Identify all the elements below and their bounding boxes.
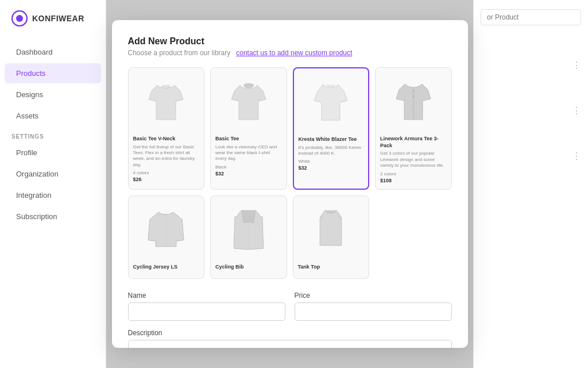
- product-grid: Basic Tee V-Neck Get the full lineup of …: [128, 67, 452, 279]
- product-image-cycling-ls: [133, 202, 200, 259]
- right-panel-dots-2[interactable]: ⋮: [481, 105, 581, 116]
- right-panel-dots-3[interactable]: ⋮: [481, 151, 581, 162]
- svg-point-4: [412, 95, 415, 98]
- right-panel-search[interactable]: [481, 9, 581, 25]
- product-image-linework: [380, 74, 447, 131]
- product-price-4: $108: [380, 178, 447, 183]
- logo-icon: [11, 10, 28, 26]
- product-image-basic-tee-vneck: [133, 74, 200, 131]
- product-name-5: Cycling Jersey LS: [133, 264, 200, 271]
- sidebar-item-subscription[interactable]: Subscription: [5, 206, 101, 227]
- sidebar-item-profile[interactable]: Profile: [5, 143, 101, 163]
- product-card-tank[interactable]: Tank Top: [293, 195, 370, 279]
- price-field-group: Price: [295, 292, 452, 321]
- product-desc-1: Get the full lineup of our Basic Tees. F…: [133, 144, 200, 168]
- add-product-modal: Add New Product Choose a product from ou…: [112, 20, 468, 348]
- price-input[interactable]: [295, 302, 452, 321]
- name-field-group: Name: [128, 292, 285, 321]
- description-label: Description: [128, 329, 452, 337]
- product-card-cycling-ls[interactable]: Cycling Jersey LS: [128, 195, 205, 279]
- sidebar-nav: Dashboard Products Designs Assets SETTIN…: [0, 41, 106, 368]
- settings-section-label: SETTINGS: [0, 126, 106, 142]
- sidebar: KONFIWEAR Dashboard Products Designs Ass…: [0, 0, 106, 368]
- sidebar-item-organization[interactable]: Organization: [5, 164, 101, 184]
- svg-point-1: [16, 15, 23, 22]
- logo-text: KONFIWEAR: [32, 14, 84, 23]
- name-label: Name: [128, 292, 285, 300]
- right-panel-dots-1[interactable]: ⋮: [481, 60, 581, 71]
- description-field-group: Description: [128, 329, 452, 348]
- product-card-linework[interactable]: Linework Armura Tee 3-Pack Get 3 colors …: [375, 67, 452, 190]
- product-name-6: Cycling Bib: [215, 264, 282, 271]
- product-color-2: Black: [215, 164, 282, 170]
- product-price-1: $26: [133, 177, 200, 182]
- modal-subtitle: Choose a product from our library contac…: [128, 49, 452, 57]
- svg-point-3: [412, 90, 415, 92]
- product-desc-4: Get 3 colors of our popular Linework des…: [380, 151, 447, 168]
- product-color-1: 4 colors: [133, 170, 200, 175]
- product-name-2: Basic Tee: [215, 136, 282, 143]
- product-desc-3: It's probably, like, 36000 Kelvin instea…: [299, 145, 364, 157]
- product-image-kresta: [299, 74, 364, 132]
- product-color-4: 2 colors: [380, 171, 447, 177]
- name-input[interactable]: [128, 302, 285, 321]
- name-price-row: Name Price: [128, 292, 452, 321]
- price-label: Price: [295, 292, 452, 300]
- modal-title: Add New Product: [128, 36, 452, 47]
- right-panel-top: [481, 9, 581, 25]
- product-image-tank: [298, 202, 365, 259]
- product-desc-2: Look like a visionary CEO and wear the s…: [215, 144, 282, 162]
- product-card-bib[interactable]: Cycling Bib: [210, 195, 287, 279]
- product-name-4: Linework Armura Tee 3-Pack: [380, 136, 447, 149]
- product-card-basic-tee-vneck[interactable]: Basic Tee V-Neck Get the full lineup of …: [128, 67, 205, 190]
- sidebar-item-assets[interactable]: Assets: [5, 106, 101, 126]
- main-content: Add New Product Choose a product from ou…: [106, 0, 473, 368]
- product-color-3: White: [299, 159, 364, 164]
- sidebar-item-products[interactable]: Products: [5, 63, 101, 83]
- modal-overlay: Add New Product Choose a product from ou…: [106, 0, 473, 368]
- product-name-3: Kresta White Blazer Tee: [299, 136, 364, 143]
- sidebar-item-integration[interactable]: Integration: [5, 185, 101, 205]
- logo: KONFIWEAR: [0, 0, 106, 37]
- right-panel: ⋮ ⋮ ⋮: [473, 0, 588, 368]
- sidebar-item-designs[interactable]: Designs: [5, 85, 101, 105]
- product-card-kresta[interactable]: Kresta White Blazer Tee It's probably, l…: [293, 67, 370, 190]
- description-textarea[interactable]: [128, 340, 452, 348]
- product-card-basic-tee[interactable]: Basic Tee Look like a visionary CEO and …: [210, 67, 287, 190]
- product-name-7: Tank Top: [298, 264, 365, 271]
- product-name-1: Basic Tee V-Neck: [133, 136, 200, 143]
- product-price-2: $32: [215, 171, 282, 177]
- custom-product-link[interactable]: contact us to add new custom product: [236, 49, 352, 57]
- product-image-bib: [215, 202, 282, 259]
- product-image-basic-tee: [215, 74, 282, 131]
- modal-subtitle-text: Choose a product from our library: [128, 49, 234, 57]
- sidebar-item-dashboard[interactable]: Dashboard: [5, 42, 101, 62]
- product-price-3: $32: [299, 165, 364, 171]
